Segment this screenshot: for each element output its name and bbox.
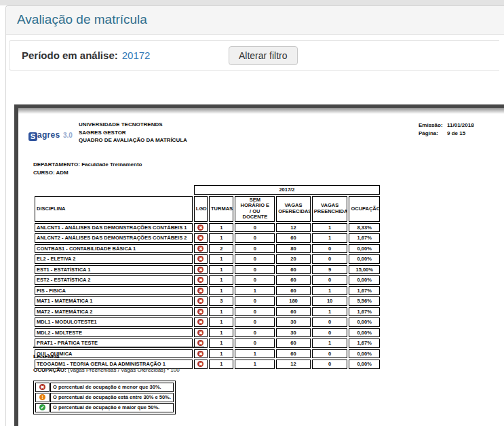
- lgd-cell: ✖: [194, 296, 208, 306]
- vagas-oferecidas-cell: 12: [276, 360, 311, 369]
- report-viewer[interactable]: Sagres 3.0 UNIVERSIDADE TECNOTRENDS SAGR…: [14, 104, 504, 426]
- legend-row: ! O percentual de ocupação está entre 30…: [35, 393, 174, 402]
- red-x-icon: ✖: [197, 351, 203, 357]
- legend-icon-cell: ✖: [35, 383, 50, 392]
- vagas-preenchidas-cell: 1: [312, 223, 348, 233]
- sem-horario-cell: 0: [235, 328, 275, 338]
- top-strip: [0, 0, 504, 5]
- table-row: EL2 - ELETIVA 2 ✖ 1 0 20 0 0,00%: [35, 254, 380, 264]
- legend-row: ✔ O percentual de ocupação é maior que 5…: [35, 403, 174, 412]
- sagres-logo-icon: S: [28, 132, 37, 141]
- red-x-icon: ✖: [197, 288, 203, 294]
- vagas-oferecidas-cell: 80: [276, 244, 311, 254]
- lgd-cell: ✖: [194, 328, 208, 338]
- red-x-icon: ✖: [197, 298, 203, 304]
- vagas-oferecidas-cell: 30: [276, 328, 311, 338]
- lgd-cell: ✖: [194, 244, 208, 254]
- legend-text-cell: O percentual de ocupação está entre 30% …: [50, 393, 174, 402]
- ocupacao-cell: 0,00%: [349, 244, 380, 254]
- discipline-cell: ANLCNT2 - ANÁLISES DAS DEMONSTRAÇÕES CON…: [35, 233, 193, 243]
- turmas-cell: 1: [209, 275, 233, 285]
- turmas-cell: 1: [209, 254, 233, 264]
- red-x-icon: ✖: [197, 319, 203, 325]
- vagas-oferecidas-cell: 180: [276, 296, 311, 306]
- vagas-preenchidas-cell: 1: [312, 286, 348, 296]
- sem-horario-cell: 1: [235, 349, 275, 359]
- turmas-cell: 1: [209, 360, 233, 369]
- ocupacao-cell: 0,00%: [349, 349, 380, 359]
- vagas-preenchidas-cell: 0: [312, 254, 348, 264]
- vagas-preenchidas-cell: 0: [312, 328, 348, 338]
- red-x-icon: ✖: [197, 277, 203, 283]
- report-page: Sagres 3.0 UNIVERSIDADE TECNOTRENDS SAGR…: [18, 108, 504, 426]
- col-header-vagas-oferecidas: VAGAS OFERECIDAS: [276, 196, 311, 222]
- vagas-preenchidas-cell: 1: [312, 233, 348, 243]
- legend-icon-cell: !: [35, 393, 50, 402]
- vagas-preenchidas-cell: 0: [312, 360, 348, 369]
- emission-value: 11/01/2018: [447, 122, 474, 130]
- sagres-logo-text: agres: [37, 130, 60, 140]
- ocupacao-cell: 0,00%: [349, 328, 380, 338]
- col-header-lgd: LGD: [194, 196, 208, 222]
- discipline-cell: MAT1 - MATEMÁTICA 1: [35, 296, 193, 306]
- org-line-report-title: QUADRO DE AVALIAÇÃO DA MATRÍCULA: [79, 136, 187, 144]
- table-row: EST2 - ESTATÍSTICA 2 ✖ 1 0 60 0 0,00%: [35, 275, 380, 285]
- turmas-cell: 1: [209, 338, 233, 348]
- table-row: QUI - QUIMICA ✖ 1 1 60 0 0,00%: [35, 349, 380, 359]
- vagas-oferecidas-cell: 60: [276, 286, 311, 296]
- vagas-oferecidas-cell: 60: [276, 349, 311, 359]
- legend-row: ✖ O percentual de ocupação é menor que 3…: [35, 383, 174, 392]
- discipline-cell: MDL2 - MDLTESTE: [35, 328, 193, 338]
- ocupacao-cell: 1,67%: [349, 338, 380, 348]
- lgd-cell: ✖: [194, 265, 208, 275]
- org-line-system: SAGRES GESTOR: [79, 129, 187, 137]
- turmas-cell: 2: [209, 244, 233, 254]
- occupancy-formula-label: OCUPAÇÃO:: [33, 367, 66, 373]
- lgd-cell: ✖: [194, 233, 208, 243]
- ocupacao-cell: 5,56%: [349, 296, 380, 306]
- vagas-preenchidas-cell: 0: [312, 244, 348, 254]
- alter-filter-button[interactable]: Alterar filtro: [229, 46, 298, 65]
- vagas-oferecidas-cell: 60: [276, 265, 311, 275]
- turmas-cell: 3: [209, 296, 233, 306]
- red-x-icon: ✖: [197, 309, 203, 315]
- vagas-oferecidas-cell: 60: [276, 233, 311, 243]
- vagas-preenchidas-cell: 10: [312, 296, 348, 306]
- discipline-cell: EL2 - ELETIVA 2: [35, 254, 193, 264]
- turmas-cell: 1: [209, 265, 233, 275]
- turmas-cell: 1: [209, 328, 233, 338]
- sem-horario-cell: 0: [235, 275, 275, 285]
- page-number-value: 9 de 15: [447, 130, 474, 138]
- red-x-icon: ✖: [197, 267, 203, 273]
- ocupacao-cell: 1,67%: [349, 307, 380, 317]
- ocupacao-cell: 1,67%: [349, 233, 380, 243]
- ocupacao-cell: 0,00%: [349, 360, 380, 369]
- table-row: ANLCNT1 - ANÁLISES DAS DEMONSTRAÇÕES CON…: [35, 223, 380, 233]
- table-row: FIS - FISICA ✖ 1 1 60 1 1,67%: [35, 286, 380, 296]
- red-x-icon: ✖: [197, 225, 203, 231]
- turmas-cell: 1: [209, 286, 233, 296]
- occupancy-formula: OCUPAÇÃO: (Vagas Preenchidas / Vagas Ofe…: [33, 367, 180, 373]
- table-row: EST1 - ESTATÍSTICA 1 ✖ 1 0 60 9 15,00%: [35, 265, 380, 275]
- panel-heading: Avaliação de matrícula: [6, 6, 504, 35]
- vagas-oferecidas-cell: 60: [276, 307, 311, 317]
- period-value: 20172: [122, 50, 151, 61]
- department-line: DEPARTAMENTO: Faculdade Treinamento: [33, 161, 142, 169]
- lgd-cell: ✖: [194, 360, 208, 369]
- sem-horario-cell: 0: [235, 244, 275, 254]
- lgd-cell: ✖: [194, 223, 208, 233]
- legend-separator-line: [33, 347, 204, 348]
- lgd-cell: ✖: [194, 286, 208, 296]
- table-row: ANLCNT2 - ANÁLISES DAS DEMONSTRAÇÕES CON…: [35, 233, 380, 243]
- lgd-cell: ✖: [194, 275, 208, 285]
- vagas-oferecidas-cell: 12: [276, 223, 311, 233]
- col-header-sem-horario: SEM HORÁRIO E / OU DOCENTE: [235, 196, 275, 222]
- vagas-oferecidas-cell: 60: [276, 338, 311, 348]
- table-row: MAT2 - MATEMÁTICA 2 ✖ 1 0 60 1 1,67%: [35, 307, 380, 317]
- col-header-vagas-preenchidas: VAGAS PREENCHIDAS: [312, 196, 348, 222]
- red-x-icon: ✖: [197, 330, 203, 336]
- turmas-cell: 1: [209, 317, 233, 327]
- report-meta-block: Emissão: 11/01/2018 Página: 9 de 15: [419, 122, 474, 138]
- discipline-cell: MDL1 - MODULOTESTE1: [35, 317, 193, 327]
- period-column-group-header: 2017/2: [194, 185, 380, 195]
